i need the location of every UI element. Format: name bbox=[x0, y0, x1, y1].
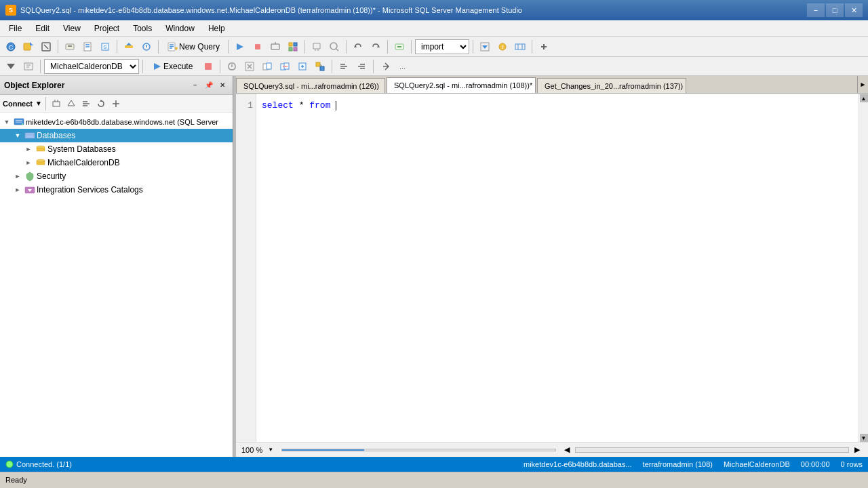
databases-icon bbox=[24, 130, 35, 141]
tb-btn-13[interactable] bbox=[326, 39, 342, 55]
tb2-btn-3[interactable] bbox=[224, 58, 240, 75]
system-databases-label: System Databases bbox=[47, 144, 116, 154]
mcdb-icon bbox=[35, 157, 46, 168]
menu-tools[interactable]: Tools bbox=[127, 22, 158, 35]
toolbar-separator-3 bbox=[158, 40, 159, 54]
tree-security[interactable]: ► Security bbox=[0, 169, 233, 183]
toolbar-separator-9 bbox=[473, 40, 473, 54]
tb2-btn-11[interactable] bbox=[377, 58, 393, 75]
tb2-btn-1[interactable] bbox=[3, 58, 19, 75]
tb2-btn-8[interactable] bbox=[312, 58, 328, 75]
sql-editor[interactable]: select * from bbox=[256, 94, 859, 442]
undo-button[interactable] bbox=[350, 39, 366, 55]
tb2-btn-10[interactable] bbox=[353, 58, 370, 75]
tb-btn-14[interactable] bbox=[391, 39, 408, 55]
toolbar2-separator-3 bbox=[220, 60, 220, 73]
server-icon bbox=[14, 117, 24, 127]
tb-btn-7[interactable] bbox=[138, 39, 155, 55]
svg-point-88 bbox=[22, 123, 23, 125]
oe-btn-refresh[interactable] bbox=[94, 97, 108, 110]
menu-project[interactable]: Project bbox=[88, 22, 125, 35]
editor-footer: 100 % ▼ ◀ ▶ bbox=[236, 442, 868, 457]
tb-btn-16[interactable]: ! bbox=[494, 39, 511, 55]
connect-button[interactable]: C bbox=[3, 39, 19, 55]
oe-close-button[interactable]: ✕ bbox=[216, 79, 229, 92]
oe-minimize-button[interactable]: − bbox=[189, 79, 201, 92]
tb-btn-12[interactable] bbox=[309, 39, 325, 55]
tb-btn-15[interactable] bbox=[477, 39, 493, 55]
execute-button[interactable]: Execute bbox=[146, 60, 199, 73]
title-controls: − □ ✕ bbox=[807, 3, 863, 17]
oe-header: Object Explorer − 📌 ✕ bbox=[0, 76, 233, 95]
tb-btn-9[interactable] bbox=[250, 39, 266, 55]
tb2-btn-stop[interactable] bbox=[200, 58, 216, 75]
tb2-btn-9[interactable] bbox=[336, 58, 352, 75]
svg-marker-24 bbox=[237, 43, 243, 50]
tb-btn-10[interactable] bbox=[267, 39, 283, 55]
tb-btn-1[interactable] bbox=[20, 39, 37, 55]
tree-integration[interactable]: ► Integration Services Catalogs bbox=[0, 183, 233, 197]
tab-get-changes[interactable]: Get_Changes_in_20...rafromadmin (137)) bbox=[537, 78, 686, 93]
import-dropdown[interactable]: import bbox=[415, 39, 469, 54]
tb-btn-18[interactable] bbox=[536, 39, 552, 55]
tb2-btn-6[interactable] bbox=[277, 58, 293, 75]
menu-window[interactable]: Window bbox=[159, 22, 201, 35]
svg-point-34 bbox=[330, 43, 337, 49]
tb2-btn-5[interactable] bbox=[259, 58, 275, 75]
maximize-button[interactable]: □ bbox=[826, 3, 844, 17]
scroll-left-button[interactable]: ◀ bbox=[561, 445, 572, 455]
minimize-button[interactable]: − bbox=[807, 3, 825, 17]
tb-btn-4[interactable] bbox=[79, 39, 96, 55]
tree-system-databases[interactable]: ► System Databases bbox=[0, 142, 233, 156]
svg-marker-5 bbox=[30, 42, 33, 45]
status-user: terrafromadmin (108) bbox=[643, 460, 713, 468]
editor-scrollbar[interactable]: ▲ ▼ bbox=[859, 94, 868, 442]
menu-view[interactable]: View bbox=[57, 22, 87, 35]
tb-btn-5[interactable]: S bbox=[97, 39, 113, 55]
svg-rect-28 bbox=[289, 43, 292, 46]
tb2-btn-2[interactable] bbox=[20, 58, 37, 75]
close-button[interactable]: ✕ bbox=[845, 3, 863, 17]
security-icon bbox=[24, 171, 35, 182]
scrollbar-up[interactable]: ▲ bbox=[860, 94, 868, 102]
toolbar2-separator-1 bbox=[40, 60, 41, 73]
menu-edit[interactable]: Edit bbox=[29, 22, 56, 35]
zoom-dropdown-button[interactable]: ▼ bbox=[265, 445, 276, 455]
oe-btn-2[interactable] bbox=[64, 97, 78, 110]
svg-rect-8 bbox=[66, 44, 74, 49]
database-selector[interactable]: MichaelCalderonDB bbox=[44, 59, 139, 74]
tree-databases[interactable]: ▼ Databases bbox=[0, 129, 233, 142]
scroll-right-button[interactable]: ▶ bbox=[852, 445, 863, 455]
tb2-btn-7[interactable] bbox=[294, 58, 311, 75]
oe-btn-3[interactable] bbox=[79, 97, 93, 110]
toolbar-separator-2 bbox=[117, 40, 117, 54]
tree-michaelcalderondb[interactable]: ► MichaelCalderonDB bbox=[0, 156, 233, 169]
oe-pin-button[interactable]: 📌 bbox=[203, 79, 215, 92]
oe-title: Object Explorer bbox=[4, 81, 64, 90]
tab-sqlquery3[interactable]: SQLQuery3.sql - mi...rafromadmin (126)) bbox=[236, 78, 385, 93]
menu-file[interactable]: File bbox=[3, 22, 28, 35]
tb2-btn-12[interactable]: ... bbox=[395, 58, 411, 75]
oe-btn-1[interactable] bbox=[50, 97, 63, 110]
status-database: MichaelCalderonDB bbox=[724, 460, 790, 468]
redo-button[interactable] bbox=[368, 39, 384, 55]
scrollbar-down[interactable]: ▼ bbox=[860, 434, 868, 442]
horizontal-scrollbar[interactable] bbox=[575, 447, 849, 453]
oe-btn-4[interactable] bbox=[109, 97, 123, 110]
menu-help[interactable]: Help bbox=[202, 22, 231, 35]
tb-btn-8[interactable] bbox=[232, 39, 248, 55]
tb2-btn-4[interactable] bbox=[241, 58, 258, 75]
tb-btn-2[interactable] bbox=[38, 39, 54, 55]
tb-btn-17[interactable] bbox=[512, 39, 528, 55]
tb-btn-3[interactable] bbox=[62, 39, 78, 55]
tb-btn-6[interactable] bbox=[121, 39, 137, 55]
connect-dropdown-icon[interactable]: ▼ bbox=[35, 100, 42, 107]
tab-scroll-arrow[interactable]: ► bbox=[857, 76, 868, 93]
tab-sqlquery2[interactable]: SQLQuery2.sql - mi...rafromadmin (108))*… bbox=[387, 77, 536, 94]
zoom-slider[interactable] bbox=[281, 449, 555, 451]
status-left: Connected. (1/1) bbox=[5, 460, 72, 468]
connection-status: Connected. (1/1) bbox=[16, 460, 72, 468]
new-query-button[interactable]: New Query bbox=[162, 39, 224, 54]
tree-server[interactable]: ▼ miketdev1c-e6b4b8db.database.windows.n… bbox=[0, 115, 233, 129]
tb-btn-11[interactable] bbox=[285, 39, 301, 55]
